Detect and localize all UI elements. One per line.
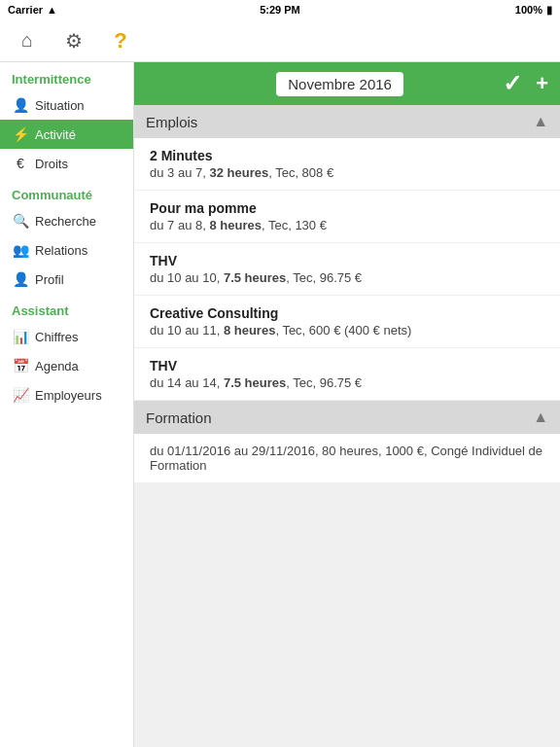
battery-icon: ▮ bbox=[546, 4, 552, 17]
sidebar-item-activite[interactable]: ⚡ Activité bbox=[0, 120, 133, 149]
sidebar-section-intermittence: Intermittence bbox=[0, 62, 133, 90]
sidebar-section-assistant: Assistant bbox=[0, 294, 133, 322]
employers-icon: 📈 bbox=[12, 387, 29, 403]
emplois-title: Emplois bbox=[146, 114, 197, 130]
formation-chevron-icon: ▲ bbox=[533, 409, 548, 426]
sidebar: Intermittence 👤 Situation ⚡ Activité € D… bbox=[0, 62, 134, 747]
header-actions: ✓ + bbox=[503, 70, 548, 97]
employment-details-4: du 10 au 11, 8 heures, Tec, 600 € (400 €… bbox=[150, 323, 544, 338]
status-bar: Carrier ▲ 5:29 PM 100% ▮ bbox=[0, 0, 560, 19]
company-name-4: Creative Consulting bbox=[150, 305, 544, 321]
sidebar-label-droits: Droits bbox=[35, 157, 68, 171]
sidebar-label-recherche: Recherche bbox=[35, 214, 96, 229]
content-area: Novembre 2016 ✓ + Emplois ▲ 2 Minutes du… bbox=[134, 62, 560, 747]
chart-icon: 📊 bbox=[12, 329, 29, 344]
sidebar-label-profil: Profil bbox=[35, 272, 64, 287]
content-scroll: Emplois ▲ 2 Minutes du 3 au 7, 32 heures… bbox=[134, 105, 560, 747]
sidebar-label-chiffres: Chiffres bbox=[35, 330, 79, 344]
battery-label: 100% bbox=[515, 4, 542, 16]
euro-icon: € bbox=[12, 156, 29, 171]
status-right: 100% ▮ bbox=[515, 4, 552, 17]
sidebar-item-droits[interactable]: € Droits bbox=[0, 149, 133, 178]
month-badge[interactable]: Novembre 2016 bbox=[276, 72, 403, 96]
employment-item-5: THV du 14 au 14, 7.5 heures, Tec, 96.75 … bbox=[134, 348, 560, 401]
sidebar-item-profil[interactable]: 👤 Profil bbox=[0, 265, 133, 294]
search-icon: 🔍 bbox=[12, 213, 29, 229]
status-left: Carrier ▲ bbox=[8, 4, 57, 16]
employment-details-2: du 7 au 8, 8 heures, Tec, 130 € bbox=[150, 218, 544, 232]
help-button[interactable]: ? bbox=[105, 25, 136, 56]
employment-details-1: du 3 au 7, 32 heures, Tec, 808 € bbox=[150, 165, 544, 180]
employment-item-4: Creative Consulting du 10 au 11, 8 heure… bbox=[134, 296, 560, 348]
person-icon: 👤 bbox=[12, 97, 29, 113]
add-button[interactable]: + bbox=[536, 71, 548, 96]
profile-icon: 👤 bbox=[12, 271, 29, 287]
company-name-2: Pour ma pomme bbox=[150, 200, 544, 216]
sidebar-label-agenda: Agenda bbox=[35, 359, 79, 374]
sidebar-item-recherche[interactable]: 🔍 Recherche bbox=[0, 206, 133, 235]
carrier-label: Carrier bbox=[8, 4, 43, 16]
company-name-3: THV bbox=[150, 253, 544, 268]
emplois-section-header[interactable]: Emplois ▲ bbox=[134, 105, 560, 138]
toolbar: ⌂ ⚙ ? bbox=[0, 19, 560, 62]
bolt-icon: ⚡ bbox=[12, 126, 29, 142]
formation-text: du 01/11/2016 au 29/11/2016, 80 heures, … bbox=[150, 444, 542, 473]
sidebar-label-relations: Relations bbox=[35, 243, 88, 258]
calendar-icon: 📅 bbox=[12, 358, 29, 374]
employment-details-3: du 10 au 10, 7.5 heures, Tec, 96.75 € bbox=[150, 270, 544, 285]
wifi-icon: ▲ bbox=[47, 4, 57, 16]
sidebar-item-situation[interactable]: 👤 Situation bbox=[0, 90, 133, 120]
employment-item-3: THV du 10 au 10, 7.5 heures, Tec, 96.75 … bbox=[134, 243, 560, 296]
status-time: 5:29 PM bbox=[260, 4, 300, 16]
group-icon: 👥 bbox=[12, 242, 29, 258]
company-name-5: THV bbox=[150, 358, 544, 374]
content-header: Novembre 2016 ✓ + bbox=[134, 62, 560, 105]
settings-button[interactable]: ⚙ bbox=[58, 25, 89, 56]
sidebar-item-employeurs[interactable]: 📈 Employeurs bbox=[0, 380, 133, 409]
employment-details-5: du 14 au 14, 7.5 heures, Tec, 96.75 € bbox=[150, 375, 544, 390]
company-name-1: 2 Minutes bbox=[150, 148, 544, 163]
emplois-chevron-icon: ▲ bbox=[533, 113, 548, 130]
main-layout: Intermittence 👤 Situation ⚡ Activité € D… bbox=[0, 62, 560, 747]
employment-item-2: Pour ma pomme du 7 au 8, 8 heures, Tec, … bbox=[134, 191, 560, 243]
sidebar-item-relations[interactable]: 👥 Relations bbox=[0, 235, 133, 265]
sidebar-label-employeurs: Employeurs bbox=[35, 388, 102, 403]
formation-item: du 01/11/2016 au 29/11/2016, 80 heures, … bbox=[134, 434, 560, 482]
employment-item-1: 2 Minutes du 3 au 7, 32 heures, Tec, 808… bbox=[134, 138, 560, 191]
confirm-button[interactable]: ✓ bbox=[503, 70, 522, 97]
formation-section-header[interactable]: Formation ▲ bbox=[134, 401, 560, 434]
sidebar-item-agenda[interactable]: 📅 Agenda bbox=[0, 351, 133, 380]
home-button[interactable]: ⌂ bbox=[12, 25, 43, 56]
formation-title: Formation bbox=[146, 409, 212, 426]
sidebar-section-communaute: Communauté bbox=[0, 178, 133, 206]
sidebar-label-activite: Activité bbox=[35, 127, 76, 142]
sidebar-label-situation: Situation bbox=[35, 98, 85, 113]
sidebar-item-chiffres[interactable]: 📊 Chiffres bbox=[0, 322, 133, 351]
